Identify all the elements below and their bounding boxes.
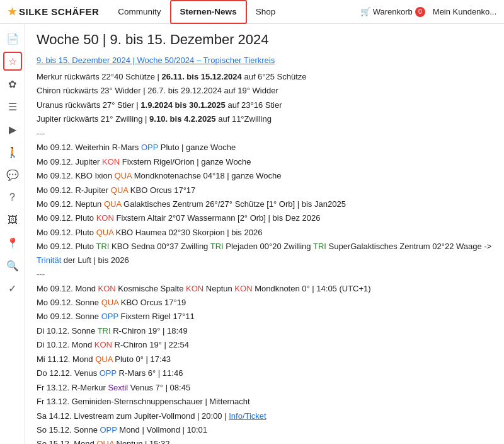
line-2: Mo 09.12. Jupiter KON Fixstern Rigel/Ori… — [37, 155, 493, 168]
main-content: Woche 50 | 9. bis 15. Dezember 2024 9. b… — [25, 24, 504, 444]
sidebar-list-icon[interactable]: ☰ — [3, 97, 22, 116]
sidebar-image-icon[interactable]: 🖼 — [3, 211, 22, 230]
line-3: Mo 09.12. KBO Ixion QUA Mondknotenachse … — [37, 169, 493, 182]
cart-count: 0 — [415, 7, 425, 17]
subtitle-text[interactable]: 9. bis 15. Dezember 2024 | Woche 50/2024… — [37, 56, 275, 65]
line-4: Mo 09.12. R-Jupiter QUA KBO Orcus 17°17 — [37, 184, 493, 197]
sidebar-question-icon[interactable]: ? — [3, 188, 22, 207]
header-right: 🛒 Warenkorb 0 Mein Kundenko... — [360, 7, 496, 17]
cart-button[interactable]: 🛒 Warenkorb 0 — [360, 7, 425, 17]
header: ★ SILKE SCHÄFER Community Sternen-News S… — [0, 0, 504, 24]
sidebar-chat-icon[interactable]: 💬 — [3, 165, 22, 184]
line-19: So 15.12. Sonne OPP Mond | Vollmond | 10… — [37, 423, 493, 436]
line-7: Mo 09.12. Pluto QUA KBO Haumea 02°30 Sko… — [37, 226, 493, 239]
line-jupiter: Jupiter rückwärts 21° Zwilling | 9.10. b… — [37, 112, 493, 126]
subtitle-link[interactable]: 9. bis 15. Dezember 2024 | Woche 50/2024… — [37, 56, 493, 65]
line-12: Di 10.12. Sonne TRI R-Chiron 19° | 18:49 — [37, 324, 493, 337]
line-merkur: Merkur rückwärts 22°40 Schütze | 26.11. … — [37, 70, 493, 83]
line-6: Mo 09.12. Pluto KON Fixstern Altair 2°07… — [37, 211, 493, 225]
line-8: Mo 09.12. Pluto TRI KBO Sedna 00°37 Zwil… — [37, 240, 493, 267]
sep1: --- — [37, 127, 493, 140]
line-20: So 15.12. Mond QUA Neptun | 15:32 — [37, 437, 493, 444]
line-18: Sa 14.12. Livestream zum Jupiter-Vollmon… — [37, 409, 493, 423]
sidebar-document-icon[interactable]: 📄 — [3, 29, 22, 48]
info-ticket-link[interactable]: Info/Ticket — [229, 411, 266, 421]
content-section: Merkur rückwärts 22°40 Schütze | 26.11. … — [37, 70, 493, 444]
logo: ★ SILKE SCHÄFER — [8, 6, 99, 18]
sidebar-location-icon[interactable]: 📍 — [3, 233, 22, 252]
sidebar-person-icon[interactable]: 🚶 — [3, 143, 22, 161]
sep2: --- — [37, 267, 493, 281]
line-17: Fr 13.12. Geminiden-Sternschnuppenschaue… — [37, 395, 493, 408]
page-layout: 📄 ☆ ✿ ☰ ▶ 🚶 💬 ? 🖼 📍 🔍 ✓ Woche 50 | 9. bi… — [0, 24, 504, 444]
line-15: Do 12.12. Venus OPP R-Mars 6° | 11:46 — [37, 366, 493, 380]
main-nav: Community Sternen-News Shop — [109, 0, 360, 24]
nav-shop[interactable]: Shop — [247, 0, 285, 24]
nav-community[interactable]: Community — [109, 0, 169, 24]
page-title: Woche 50 | 9. bis 15. Dezember 2024 — [37, 32, 493, 48]
line-5: Mo 09.12. Neptun QUA Galaktisches Zentru… — [37, 197, 493, 211]
line-chiron: Chiron rückwärts 23° Widder | 26.7. bis … — [37, 84, 493, 97]
sidebar-searchperson-icon[interactable]: 🔍 — [3, 256, 22, 275]
line-11: Mo 09.12. Sonne OPP Fixstern Rigel 17°11 — [37, 310, 493, 323]
line-14: Mi 11.12. Mond QUA Pluto 0° | 17:43 — [37, 353, 493, 366]
sidebar-checklist-icon[interactable]: ✓ — [3, 279, 22, 298]
sidebar-star-icon[interactable]: ☆ — [3, 52, 22, 71]
account-button[interactable]: Mein Kundenko... — [433, 7, 496, 16]
line-uranus: Uranus rückwärts 27° Stier | 1.9.2024 bi… — [37, 98, 493, 112]
logo-name: SILKE SCHÄFER — [19, 6, 99, 17]
star-logo-icon: ★ — [8, 6, 16, 18]
sidebar: 📄 ☆ ✿ ☰ ▶ 🚶 💬 ? 🖼 📍 🔍 ✓ — [0, 24, 25, 444]
nav-sternen-news[interactable]: Sternen-News — [170, 0, 247, 24]
line-9: Mo 09.12. Mond KON Kosmische Spalte KON … — [37, 282, 493, 295]
cart-label: Warenkorb — [373, 7, 413, 16]
line-1: Mo 09.12. Weiterhin R-Mars OPP Pluto | g… — [37, 141, 493, 154]
line-13: Di 10.12. Mond KON R-Chiron 19° | 22:54 — [37, 338, 493, 351]
cart-icon: 🛒 — [360, 7, 370, 16]
sidebar-lotus-icon[interactable]: ✿ — [3, 74, 22, 93]
line-10: Mo 09.12. Sonne QUA KBO Orcus 17°19 — [37, 296, 493, 309]
line-16: Fr 13.12. R-Merkur Sextil Venus 7° | 08:… — [37, 381, 493, 394]
sidebar-play-icon[interactable]: ▶ — [3, 120, 22, 139]
